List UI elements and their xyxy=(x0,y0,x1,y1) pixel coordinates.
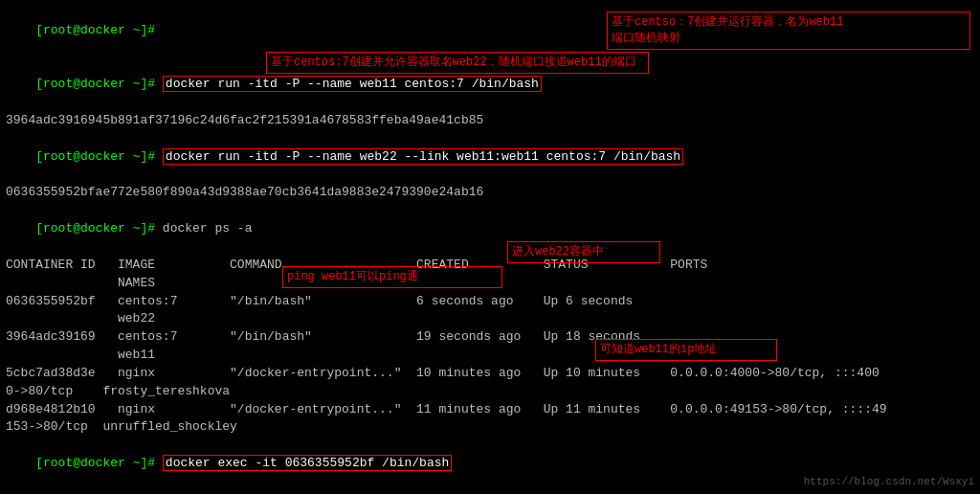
prompt: [root@docker ~]# xyxy=(35,77,163,91)
table-row: d968e4812b10 nginx "/docker-entrypoint..… xyxy=(6,401,974,419)
prompt: [root@docker ~]# xyxy=(35,456,163,470)
footer-url: https://blog.csdn.net/Wsxyi xyxy=(804,475,974,490)
terminal-line: [root@docker ~]# docker run -itd -P --na… xyxy=(6,130,974,185)
table-row: 0636355952bf centos:7 "/bin/bash" 6 seco… xyxy=(6,293,974,311)
table-row-name: web11 xyxy=(6,347,974,365)
command-box: docker exec -it 0636355952bf /bin/bash xyxy=(163,455,452,471)
command-text: docker ps -a xyxy=(163,221,253,236)
command-box: docker run -itd -P --name web22 --link w… xyxy=(163,148,683,165)
table-row-cont: 153->80/tcp unruffled_shockley xyxy=(6,418,974,437)
prompt: [root@docker ~]# xyxy=(35,149,163,164)
annotation-ip: 可知道web11的ip地址 xyxy=(595,339,777,361)
annotation-web11: 基于centso：7创建并运行容器，名为web11端口随机映射 xyxy=(607,11,970,50)
table-row-cont: 0->80/tcp frosty_tereshkova xyxy=(6,383,974,401)
table-row: 3964adc39169 centos:7 "/bin/bash" 19 sec… xyxy=(6,328,974,347)
prompt: [root@docker ~]# xyxy=(35,221,163,236)
prompt: [root@docker ~]# xyxy=(35,23,163,37)
table-row-name: web22 xyxy=(6,310,974,328)
terminal: [root@docker ~]# [root@docker ~]# docker… xyxy=(0,0,980,494)
output-line: 3964adc3916945b891af37196c24d6fac2f21539… xyxy=(6,112,974,130)
command-box: docker run -itd -P --name web11 centos:7… xyxy=(163,76,542,92)
terminal-line: [root@docker ~]# docker ps -a xyxy=(6,202,974,257)
output-line: 0636355952bfae772e580f890a43d9388ae70cb3… xyxy=(6,184,974,202)
table-row: 5cbc7ad38d3e nginx "/docker-entrypoint..… xyxy=(6,365,974,383)
annotation-ping: ping web11可以ping通 xyxy=(282,266,502,288)
annotation-web22: 基于centos:7创建并允许容器取名web22，随机端口接道web11的端口 xyxy=(266,52,649,74)
annotation-enter-web22: 进入web22容器中 xyxy=(507,241,660,263)
